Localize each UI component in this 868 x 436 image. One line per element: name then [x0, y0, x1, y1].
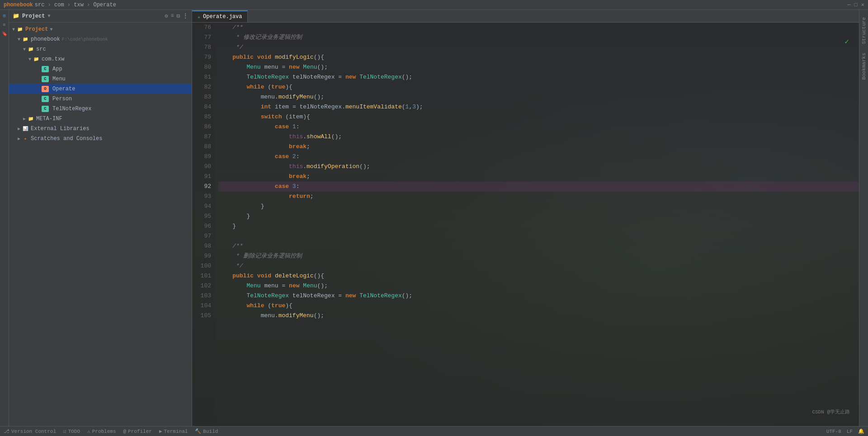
tree-item-project[interactable]: ▼ 📁 Project ▼ — [9, 24, 192, 34]
project-panel: 📁 Project ▼ ⚙ ≡ ⊟ ⋮ ▼ 📁 Project ▼ ▼ 📁 ph… — [9, 10, 192, 426]
line-78: 78 — [192, 42, 211, 52]
arrow-src: ▼ — [22, 47, 27, 52]
code-76: /** — [218, 23, 859, 33]
notifications-icon[interactable]: 🔔 — [858, 428, 864, 434]
structure-icon[interactable]: ≡ — [0, 21, 9, 29]
tree-item-scratches[interactable]: ▶ ✦ Scratches and Consoles — [9, 134, 192, 144]
tree-item-telnoteregex[interactable]: C TelNoteRegex — [9, 104, 192, 114]
build-label: Build — [203, 429, 218, 434]
settings-icon[interactable]: ⚙ — [165, 13, 168, 19]
tab-operate-java[interactable]: ☕ Operate.java — [192, 10, 248, 22]
code-80: Menu menu = new Menu(); — [218, 62, 859, 72]
sidebar-bookmarks[interactable]: Bookmarks — [860, 49, 868, 83]
problems-icon: ⚠ — [87, 428, 90, 434]
terminal-icon: ▶ — [159, 428, 162, 434]
project-icon[interactable]: ⊞ — [0, 12, 9, 20]
tree-item-metainf[interactable]: ▶ 📁 META-INF — [9, 114, 192, 124]
title-bar: phonebook src › com › txw › Operate ─ □ … — [0, 0, 868, 10]
folder-icon: 📁 — [13, 13, 19, 19]
tree-label-operate: Operate — [52, 86, 75, 92]
right-sidebar: Structure Bookmarks — [859, 10, 868, 426]
line-89: 89 — [192, 152, 211, 162]
line-95: 95 — [192, 211, 211, 221]
bookmarks-icon[interactable]: 🔖 — [0, 30, 9, 38]
line-79: 79 — [192, 52, 211, 62]
code-77: * 修改记录业务逻辑控制 — [218, 33, 859, 42]
code-102: Menu menu = new Menu(); — [218, 281, 859, 291]
problems-btn[interactable]: ⚠ Problems — [87, 428, 116, 434]
class-icon-telnote: C — [42, 106, 49, 112]
main-layout: ⊞ ≡ 🔖 📁 Project ▼ ⚙ ≡ ⊟ ⋮ ▼ 📁 Project ▼ — [0, 10, 868, 426]
tree-item-person[interactable]: C Person — [9, 94, 192, 104]
code-content[interactable]: /** * 修改记录业务逻辑控制 */ public void modifyLo… — [215, 23, 859, 426]
profiler-btn[interactable]: @ Profiler — [123, 429, 152, 434]
folder-icon-metainf: 📁 — [27, 116, 34, 122]
tree-item-com[interactable]: ▼ 📁 com.txw — [9, 54, 192, 64]
list-icon[interactable]: ≡ — [171, 13, 174, 19]
code-78: */ — [218, 42, 859, 52]
success-indicator: ✓ — [844, 37, 849, 46]
profiler-label: Profiler — [128, 429, 152, 434]
status-bar: ⎇ Version Control ☑ TODO ⚠ Problems @ Pr… — [0, 426, 868, 436]
build-btn[interactable]: 🔨 Build — [195, 428, 218, 434]
tree-label-extlib: External Libraries — [31, 126, 90, 132]
line-separator-label: LF — [847, 429, 853, 434]
tree-label-app: App — [52, 66, 62, 72]
tree-item-operate[interactable]: O Operate — [9, 84, 192, 94]
line-76: 76 — [192, 23, 211, 33]
tree-item-phonebook[interactable]: ▼ 📁 phonebook F:\code\phonebook — [9, 34, 192, 44]
line-87: 87 — [192, 132, 211, 142]
line-80: 80 — [192, 62, 211, 72]
tree-label-person: Person — [52, 96, 72, 102]
todo-btn[interactable]: ☑ TODO — [63, 428, 80, 434]
tree-label-menu: Menu — [52, 76, 66, 82]
tree-item-src[interactable]: ▼ 📁 src — [9, 44, 192, 54]
arrow-extlib: ▶ — [16, 126, 22, 131]
class-icon-operate: O — [42, 86, 49, 92]
todo-label: TODO — [68, 429, 80, 434]
code-105: menu.modifyMenu(); — [218, 311, 859, 321]
window-close[interactable]: ✕ — [861, 1, 864, 8]
code-86: case 1: — [218, 122, 859, 132]
folder-icon-src: 📁 — [27, 46, 34, 52]
tree-label-phonebook: phonebook — [31, 36, 60, 42]
arrow-scratches: ▶ — [16, 136, 22, 141]
encoding-label: UTF-8 — [826, 429, 841, 434]
line-99: 99 — [192, 251, 211, 261]
more-icon[interactable]: ⋮ — [183, 13, 188, 19]
line-102: 102 — [192, 281, 211, 291]
folder-icon-phonebook: 📁 — [22, 36, 29, 42]
tree-item-extlib[interactable]: ▶ 📊 External Libraries — [9, 124, 192, 134]
code-82: while (true){ — [218, 82, 859, 92]
code-81: TelNoteRegex telNoteRegex = new TelNoteR… — [218, 72, 859, 82]
code-91: break; — [218, 172, 859, 182]
tab-bar: ☕ Operate.java — [192, 10, 859, 23]
tab-label: Operate.java — [203, 14, 242, 20]
line-94: 94 — [192, 202, 211, 211]
code-editor[interactable]: ✓ 76 77 78 79 80 81 82 83 84 85 86 87 88… — [192, 23, 859, 426]
line-82: 82 — [192, 82, 211, 92]
window-maximize[interactable]: □ — [854, 2, 858, 8]
tree-label-telnote: TelNoteRegex — [52, 106, 91, 112]
version-control-btn[interactable]: ⎇ Version Control — [4, 428, 56, 434]
tree-label-com: com.txw — [42, 56, 64, 62]
line-103: 103 — [192, 291, 211, 301]
code-101: public void deleteLogic(){ — [218, 271, 859, 281]
line-88: 88 — [192, 142, 211, 152]
collapse-icon[interactable]: ⊟ — [177, 13, 180, 19]
line-86: 86 — [192, 122, 211, 132]
terminal-btn[interactable]: ▶ Terminal — [159, 428, 188, 434]
extlib-icon: 📊 — [22, 126, 29, 132]
class-icon-person: C — [42, 96, 49, 102]
problems-label: Problems — [92, 429, 116, 434]
window-minimize[interactable]: ─ — [847, 2, 850, 8]
sidebar-structure[interactable]: Structure — [860, 14, 868, 47]
line-98: 98 — [192, 241, 211, 251]
code-89: case 2: — [218, 152, 859, 162]
tree-label-src: src — [36, 46, 46, 52]
folder-icon-com: 📁 — [33, 56, 40, 62]
tree-item-menu[interactable]: C Menu — [9, 74, 192, 84]
tree-item-app[interactable]: C App — [9, 64, 192, 74]
code-85: switch (item){ — [218, 112, 859, 122]
todo-icon: ☑ — [63, 428, 66, 434]
